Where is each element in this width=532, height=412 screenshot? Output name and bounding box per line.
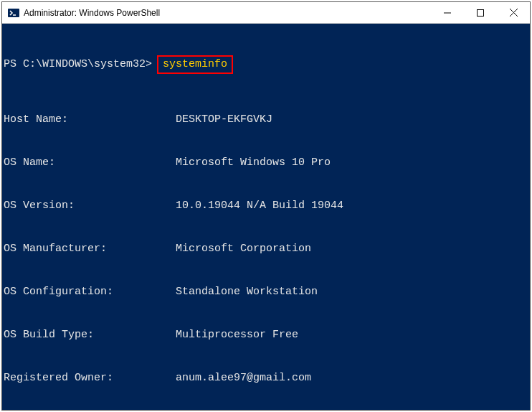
svg-rect-0	[8, 9, 19, 17]
powershell-window: Administrator: Windows PowerShell PS C:\…	[1, 1, 531, 411]
close-button[interactable]	[497, 2, 530, 23]
output-row: OS Build Type:Multiprocessor Free	[2, 328, 530, 342]
titlebar[interactable]: Administrator: Windows PowerShell	[2, 2, 530, 24]
terminal-area[interactable]: PS C:\WINDOWS\system32> systeminfo Host …	[2, 24, 530, 410]
output-row: Host Name:DESKTOP-EKFGVKJ	[2, 113, 530, 127]
output-row: OS Version:10.0.19044 N/A Build 19044	[2, 199, 530, 213]
output-row: OS Manufacturer:Microsoft Corporation	[2, 242, 530, 256]
output-row: OS Name:Microsoft Windows 10 Pro	[2, 156, 530, 170]
prompt-path: PS C:\WINDOWS\system32>	[4, 58, 152, 70]
window-title: Administrator: Windows PowerShell	[24, 8, 431, 18]
prompt-line: PS C:\WINDOWS\system32> systeminfo	[2, 55, 530, 74]
powershell-icon	[8, 7, 19, 19]
maximize-button[interactable]	[464, 2, 497, 23]
command-highlight: systeminfo	[157, 55, 233, 74]
minimize-button[interactable]	[431, 2, 464, 23]
output-row: Registered Owner:anum.alee97@gmail.com	[2, 371, 530, 385]
output-row: OS Configuration:Standalone Workstation	[2, 285, 530, 299]
svg-rect-3	[478, 9, 484, 16]
window-controls	[431, 2, 530, 23]
